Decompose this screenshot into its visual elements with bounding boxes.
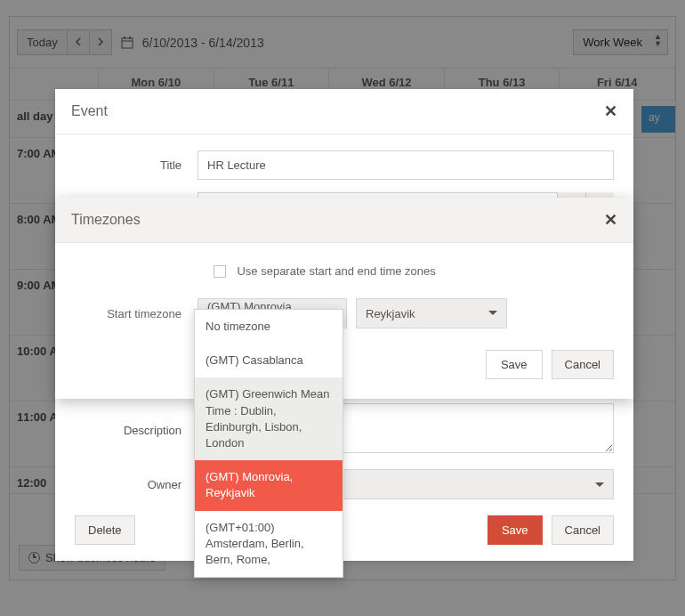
timezone-option[interactable]: (GMT+01:00) Amsterdam, Berlin, Bern, Rom… [195, 511, 342, 578]
timezones-modal-title: Timezones [71, 212, 604, 228]
tz-save-button[interactable]: Save [486, 350, 543, 379]
close-icon[interactable]: ✕ [604, 101, 617, 121]
delete-button[interactable]: Delete [75, 515, 135, 545]
title-label: Title [75, 158, 197, 172]
timezone-option-selected[interactable]: (GMT) Monrovia, Reykjavik [195, 460, 342, 510]
tz-cancel-button[interactable]: Cancel [552, 350, 614, 379]
separate-tz-checkbox[interactable] [214, 265, 226, 278]
separate-tz-label: Use separate start and end time zones [237, 264, 435, 278]
description-label: Description [75, 424, 197, 437]
city-dropdown-value: Reykjavik [366, 307, 415, 320]
timezones-modal: Timezones ✕ Use separate start and end t… [55, 198, 633, 399]
cancel-button[interactable]: Cancel [552, 515, 614, 545]
event-modal-title: Event [71, 103, 604, 119]
city-dropdown[interactable]: Reykjavik [356, 298, 507, 328]
owner-label: Owner [75, 478, 197, 491]
close-icon[interactable]: ✕ [604, 210, 617, 230]
start-timezone-label: Start timezone [75, 307, 197, 320]
timezone-option[interactable]: (GMT) Casablanca [195, 344, 342, 377]
timezone-option[interactable]: No timezone [195, 310, 342, 344]
title-input[interactable] [197, 150, 614, 180]
timezone-option[interactable]: (GMT) Greenwich Mean Time : Dublin, Edin… [195, 377, 342, 460]
timezone-dropdown-list[interactable]: No timezone (GMT) Casablanca (GMT) Green… [194, 309, 343, 578]
save-button[interactable]: Save [488, 515, 543, 545]
